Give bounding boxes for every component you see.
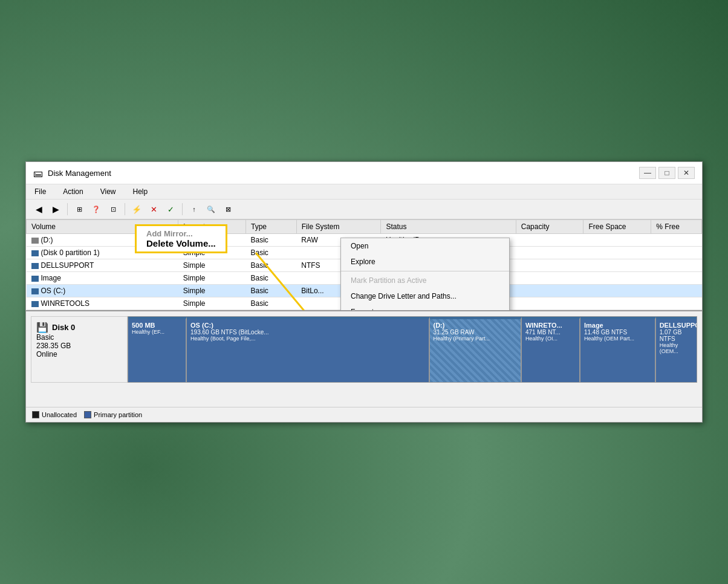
- legend-primary-box: [84, 411, 91, 418]
- col-pctfree: % Free: [651, 220, 702, 234]
- vol-icon-image: [31, 276, 39, 282]
- window-controls: — □ ✕: [639, 167, 695, 179]
- col-freespace: Free Space: [583, 220, 651, 234]
- vol-icon-dell: [31, 263, 39, 269]
- tool-btn-7[interactable]: ↑: [186, 202, 202, 216]
- ctx-sep-1: [341, 271, 509, 271]
- disk-row-0: 💾 Disk 0 Basic 238.35 GB Online 500 MB H…: [31, 316, 697, 383]
- window-body: Volume Layout Type File System Status Ca…: [26, 219, 702, 422]
- ctx-mark-active: Mark Partition as Active: [341, 273, 509, 288]
- disk-name: 💾 Disk 0: [36, 322, 122, 333]
- disk-management-window: 🖴 Disk Management — □ ✕ File Action View…: [25, 161, 703, 423]
- disk-label-0: 💾 Disk 0 Basic 238.35 GB Online: [31, 316, 128, 383]
- col-type: Type: [246, 220, 297, 234]
- partition-osc[interactable]: OS (C:) 193.60 GB NTFS (BitLocke... Heal…: [187, 317, 429, 382]
- tool-btn-8[interactable]: 🔍: [203, 202, 219, 216]
- menu-file[interactable]: File: [31, 186, 50, 198]
- menu-action[interactable]: Action: [59, 186, 86, 198]
- vol-icon-winre: [31, 301, 39, 307]
- col-capacity: Capacity: [516, 220, 583, 234]
- minimize-button[interactable]: —: [639, 167, 656, 179]
- tool-btn-6[interactable]: ✓: [163, 202, 178, 216]
- legend-primary: Primary partition: [84, 411, 142, 418]
- vol-icon-d: [31, 238, 39, 244]
- close-button[interactable]: ✕: [678, 167, 695, 179]
- partition-winre[interactable]: WINRETO... 471 MB NT... Healthy (OI...: [522, 317, 580, 382]
- vol-icon-osc: [31, 288, 39, 294]
- tool-btn-3[interactable]: ⊡: [105, 202, 121, 216]
- partition-efi[interactable]: 500 MB Healthy (EF...: [128, 317, 187, 382]
- app-icon: 🖴: [33, 168, 43, 178]
- ctx-format[interactable]: Format...: [341, 304, 509, 310]
- window-title: Disk Management: [48, 169, 639, 178]
- disk-size: 238.35 GB: [36, 342, 122, 350]
- col-filesystem: File System: [296, 220, 381, 234]
- toolbar-sep-1: [67, 203, 68, 215]
- legend-primary-label: Primary partition: [94, 411, 142, 418]
- tool-btn-1[interactable]: ⊞: [71, 202, 87, 216]
- legend-unallocated-label: Unallocated: [42, 411, 77, 418]
- ctx-open[interactable]: Open: [341, 238, 509, 254]
- partition-d[interactable]: (D:) 31.25 GB RAW Healthy (Primary Part.…: [430, 317, 522, 382]
- title-bar: 🖴 Disk Management — □ ✕: [26, 162, 702, 184]
- menu-bar: File Action View Help: [26, 184, 702, 200]
- vol-icon-disk0: [31, 250, 39, 256]
- tool-btn-4[interactable]: ⚡: [129, 202, 145, 216]
- volume-table-container: Volume Layout Type File System Status Ca…: [26, 219, 702, 310]
- disk-partitions-0: 500 MB Healthy (EF... OS (C:) 193.60 GB …: [128, 316, 697, 383]
- disk-area: 💾 Disk 0 Basic 238.35 GB Online 500 MB H…: [26, 310, 702, 407]
- ctx-explore[interactable]: Explore: [341, 254, 509, 270]
- content-area: Volume Layout Type File System Status Ca…: [26, 219, 702, 422]
- legend-unallocated: Unallocated: [32, 411, 77, 418]
- menu-view[interactable]: View: [97, 186, 120, 198]
- col-volume: Volume: [27, 220, 178, 234]
- tool-btn-9[interactable]: ⊠: [220, 202, 236, 216]
- partition-dellsupport[interactable]: DELLSUPPOR... 1.07 GB NTFS Healthy (OEM.…: [656, 317, 697, 382]
- menu-help[interactable]: Help: [129, 186, 152, 198]
- col-status: Status: [381, 220, 516, 234]
- maximize-button[interactable]: □: [658, 167, 675, 179]
- legend-unallocated-box: [32, 411, 39, 418]
- toolbar-sep-2: [125, 203, 125, 215]
- disk-status: Online: [36, 350, 122, 359]
- disk-type: Basic: [36, 333, 122, 342]
- tool-btn-5[interactable]: ✕: [146, 202, 161, 216]
- ctx-change-letter[interactable]: Change Drive Letter and Paths...: [341, 288, 509, 304]
- toolbar: ◀ ▶ ⊞ ❓ ⊡ ⚡ ✕ ✓ ↑ 🔍 ⊠: [26, 200, 702, 219]
- tool-btn-2[interactable]: ❓: [88, 202, 104, 216]
- forward-button[interactable]: ▶: [48, 202, 63, 216]
- back-button[interactable]: ◀: [31, 202, 47, 216]
- context-menu: Open Explore Mark Partition as Active Ch…: [340, 238, 510, 310]
- toolbar-sep-3: [182, 203, 183, 215]
- col-layout: Layout: [178, 220, 246, 234]
- legend: Unallocated Primary partition: [26, 407, 702, 422]
- partition-image[interactable]: Image 11.48 GB NTFS Healthy (OEM Part...: [580, 317, 656, 382]
